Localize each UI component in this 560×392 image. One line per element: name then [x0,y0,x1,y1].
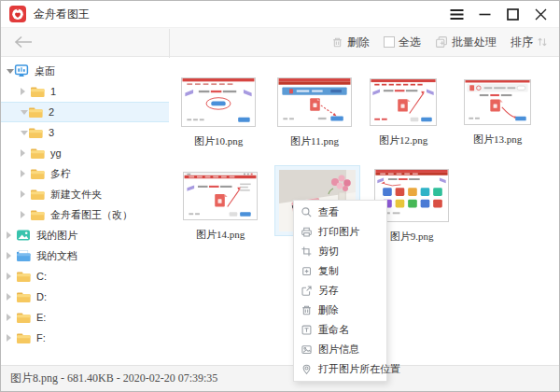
crop-icon [301,245,313,258]
minimize-button[interactable] [478,7,492,21]
folder-tree: 桌面 1 2 3 yg [1,58,169,365]
chevron-right-icon[interactable] [7,231,15,239]
menu-item-copy[interactable]: 复制 [294,261,386,281]
printer-icon [301,226,313,238]
thumbnail-image [464,79,531,125]
tree-label: 2 [49,106,54,118]
sort-button[interactable]: 排序 [511,35,548,50]
chevron-right-icon[interactable] [21,88,29,95]
sidebar-item-folder-3[interactable]: 3 [1,122,169,143]
menu-item-view[interactable]: 查看 [294,203,386,222]
sidebar-item-my-pictures[interactable]: 我的图片 [1,225,169,245]
trash-icon [301,304,313,316]
sidebar-item-drive-f[interactable]: F: [1,328,169,348]
app-logo-icon [9,6,26,22]
chevron-right-icon[interactable] [21,190,29,198]
thumbnail-image [277,77,352,127]
menu-item-label: 重命名 [318,323,349,337]
chevron-right-icon[interactable] [7,273,15,280]
sidebar-item-folder-duoning[interactable]: 多柠 [1,163,169,184]
app-title: 金舟看图王 [34,7,90,22]
sidebar-item-my-documents[interactable]: 我的文档 [1,245,169,266]
delete-label: 删除 [347,35,370,50]
toolbar-actions: 删除 全选 批量处理 排序 [331,35,559,50]
chevron-right-icon[interactable] [7,252,15,259]
tree-label: yg [50,147,62,159]
sidebar-item-drive-e[interactable]: E: [1,307,169,328]
tree-label: 1 [50,86,56,97]
select-all-checkbox[interactable] [384,36,395,48]
copy-icon [301,265,313,277]
menu-item-label: 删除 [318,303,339,317]
tree-label: F: [36,332,46,343]
chevron-right-icon[interactable] [7,334,15,342]
tree-label: 桌面 [35,64,55,78]
thumbnail-image [183,172,258,220]
folder-icon [30,147,45,160]
menu-item-label: 剪切 [318,245,339,259]
sidebar-item-folder-2[interactable]: 2 [1,102,169,122]
maximize-button[interactable] [506,7,520,21]
menu-item-label: 打开图片所在位置 [318,362,400,376]
tree-label: 新建文件夹 [50,188,102,202]
tree-label: 我的文档 [36,249,77,263]
chevron-down-icon[interactable] [21,131,28,139]
menu-item-delete[interactable]: 删除 [294,301,386,320]
menu-item-label: 查看 [318,205,339,219]
app-window: 金舟看图王 删除 全选 [0,0,560,392]
sidebar-item-drive-d[interactable]: D: [1,287,169,307]
menu-item-save-as[interactable]: 另存 [294,281,386,301]
sidebar-item-drive-c[interactable]: C: [1,266,169,287]
back-button[interactable] [13,35,34,49]
folder-icon [30,85,45,98]
tree-label: E: [36,312,46,323]
chevron-right-icon[interactable] [7,314,15,321]
menu-item-print-image[interactable]: 打印图片 [294,222,386,242]
chevron-right-icon[interactable] [21,149,29,157]
thumbnail-item[interactable]: 图片10.png [181,77,256,148]
thumbnail-item[interactable]: 图片12.png [370,78,437,147]
thumbnail-filename: 图片12.png [379,133,427,147]
tree-label: 金舟看图王（改） [50,208,133,222]
sidebar-item-desktop[interactable]: 桌面 [1,61,169,81]
thumbnail-filename: 图片13.png [473,133,522,147]
thumbnail-item[interactable]: 图片14.png [183,172,258,242]
magnifier-icon [301,206,313,218]
sidebar-item-app-folder[interactable]: 金舟看图王（改） [1,204,169,225]
tree-label: C: [36,271,47,282]
save-as-icon [301,285,313,297]
thumbnail-item[interactable]: 图片11.png [277,77,352,148]
sidebar-item-folder-yg[interactable]: yg [1,143,169,163]
menu-item-image-info[interactable]: 图片信息 [294,340,386,359]
menu-item-label: 打印图片 [318,225,359,239]
thumbnail-filename: 图片9.png [390,230,434,244]
menu-icon[interactable] [450,7,464,21]
batch-process-button[interactable]: 批量处理 [435,35,497,50]
chevron-right-icon[interactable] [21,170,29,177]
menu-item-cut[interactable]: 剪切 [294,242,386,261]
chevron-right-icon[interactable] [7,293,15,301]
chevron-down-icon[interactable] [21,110,28,119]
delete-button[interactable]: 删除 [331,35,370,50]
menu-item-label: 图片信息 [318,343,359,357]
sidebar-item-folder-1[interactable]: 1 [1,81,169,102]
thumbnail-filename: 图片10.png [194,134,243,148]
close-button[interactable] [534,7,548,21]
sidebar-item-new-folder[interactable]: 新建文件夹 [1,184,169,204]
menu-item-open-file-location[interactable]: 打开图片所在位置 [294,359,386,379]
folder-icon [28,105,43,119]
folder-icon [28,126,43,139]
folder-icon [16,270,31,283]
menu-item-label: 另存 [318,284,339,298]
tree-label: 我的图片 [36,229,77,243]
location-pin-icon [301,363,313,375]
thumbnail-image [370,78,437,126]
tree-label: 多柠 [50,167,71,181]
chevron-down-icon[interactable] [7,69,14,77]
thumbnail-item[interactable]: 图片13.png [464,79,531,147]
pictures-icon [16,229,31,242]
title-bar: 金舟看图王 [1,1,559,28]
select-all-button[interactable]: 全选 [384,35,421,50]
chevron-right-icon[interactable] [21,211,29,218]
menu-item-rename[interactable]: 重命名 [294,320,386,340]
